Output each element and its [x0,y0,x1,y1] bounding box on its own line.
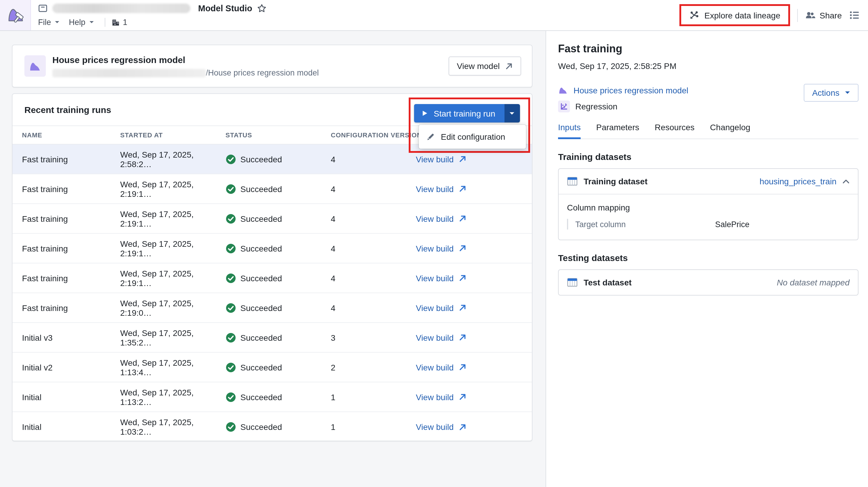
run-configuration-version: 1 [331,392,416,402]
view-build-link[interactable]: View build [416,154,522,164]
model-studio-logo-icon [5,5,25,25]
run-status: Succeeded [225,273,331,283]
training-datasets-heading: Training datasets [558,152,859,162]
success-check-icon [225,422,236,432]
open-external-arrow-icon [505,62,513,70]
training-run-row[interactable]: Initial v3 Wed, Sep 17, 2025, 1:35:2… Su… [12,323,532,353]
run-status-label: Succeeded [240,303,282,313]
success-check-icon [225,392,236,402]
tab-parameters[interactable]: Parameters [596,123,639,139]
training-run-row[interactable]: Initial v2 Wed, Sep 17, 2025, 1:13:4… Su… [12,353,532,382]
share-button[interactable]: Share [805,10,842,21]
run-status: Succeeded [225,184,331,194]
share-users-icon [805,10,815,21]
run-started-at: Wed, Sep 17, 2025, 2:58:2… [120,150,225,169]
model-studio-app: Model Studio File Help [0,0,868,487]
model-link[interactable]: House prices regression model [574,85,688,95]
run-started-at: Wed, Sep 17, 2025, 2:19:1… [120,209,225,228]
tab-inputs[interactable]: Inputs [558,123,581,139]
view-build-link[interactable]: View build [416,244,522,253]
run-details-panel: Fast training Wed, Sep 17, 2025, 2:58:25… [546,31,868,487]
recent-training-runs-card: Recent training runs NAME STARTED AT STA… [12,93,532,441]
actions-label: Actions [812,88,839,98]
training-dataset-card: Training dataset housing_prices_train Co… [558,168,859,240]
view-model-button[interactable]: View model [448,57,521,75]
favorite-star-icon[interactable] [257,4,267,13]
open-external-arrow-icon [458,393,466,401]
training-run-row[interactable]: Fast training Wed, Sep 17, 2025, 2:19:1…… [12,204,532,234]
menu-file[interactable]: File [38,18,60,27]
runs-table-body: Fast training Wed, Sep 17, 2025, 2:58:2…… [12,144,532,442]
properties-list-icon[interactable] [849,9,860,21]
run-configuration-version: 3 [331,333,416,342]
training-run-row[interactable]: Fast training Wed, Sep 17, 2025, 2:19:1…… [12,263,532,293]
building-icon [111,18,120,27]
open-external-arrow-icon [458,245,466,252]
training-run-row[interactable]: Fast training Wed, Sep 17, 2025, 2:19:1…… [12,234,532,263]
main-column: House prices regression model /House pri… [0,31,546,487]
view-build-label: View build [416,422,454,432]
run-configuration-version: 4 [331,214,416,223]
test-dataset-empty-state: No dataset mapped [777,278,849,287]
view-build-link[interactable]: View build [416,333,522,342]
explore-data-lineage-button[interactable]: Explore data lineage [681,6,788,24]
run-timestamp: Wed, Sep 17, 2025, 2:58:25 PM [558,61,859,71]
target-column-row: Target column SalePrice [567,219,849,230]
run-name: Fast training [22,244,120,253]
training-run-row[interactable]: Initial Wed, Sep 17, 2025, 1:03:2… Succe… [12,412,532,442]
dataset-table-icon [567,277,578,288]
share-label: Share [819,10,842,20]
view-build-link[interactable]: View build [416,184,522,194]
tab-changelog[interactable]: Changelog [710,123,750,139]
target-column-label: Target column [575,220,715,229]
view-build-link[interactable]: View build [416,362,522,372]
success-check-icon [225,213,236,224]
run-status-label: Succeeded [240,333,282,342]
open-external-arrow-icon [458,363,466,371]
run-configuration-version: 4 [331,273,416,283]
success-check-icon [225,154,236,164]
view-build-label: View build [416,333,454,342]
regression-icon-tile [558,100,570,112]
training-run-row[interactable]: Initial Wed, Sep 17, 2025, 1:13:2… Succe… [12,382,532,412]
view-model-label: View model [457,61,500,71]
topbar-breadcrumb-area: Model Studio File Help [31,0,679,30]
run-started-at: Wed, Sep 17, 2025, 1:03:2… [120,417,225,436]
training-dataset-link[interactable]: housing_prices_train [760,176,836,186]
redacted-breadcrumb-path [52,4,190,13]
training-run-row[interactable]: Fast training Wed, Sep 17, 2025, 2:19:0…… [12,293,532,323]
col-started-at: STARTED AT [120,131,225,138]
edit-configuration-label: Edit configuration [441,132,505,141]
chevron-up-icon[interactable] [842,179,849,184]
view-build-link[interactable]: View build [416,392,522,402]
menu-bar: File Help [38,16,679,28]
actions-button[interactable]: Actions [804,84,859,102]
run-title: Fast training [558,43,859,55]
view-build-link[interactable]: View build [416,303,522,313]
edit-configuration-menu-item[interactable]: Edit configuration [422,128,523,146]
run-configuration-version: 4 [331,184,416,194]
model-info: House prices regression model /House pri… [52,55,448,77]
tab-resources[interactable]: Resources [655,123,694,139]
model-mountain-icon [558,85,568,95]
view-build-link[interactable]: View build [416,422,522,432]
start-training-run-label: Start training run [434,108,495,118]
run-status-label: Succeeded [240,422,282,432]
training-run-row[interactable]: Fast training Wed, Sep 17, 2025, 2:19:1…… [12,174,532,204]
branch-indicator[interactable]: 1 [111,18,127,27]
run-status-label: Succeeded [240,362,282,372]
run-status: Succeeded [225,213,331,224]
menu-help[interactable]: Help [69,18,94,27]
breadcrumb: Model Studio [38,2,679,14]
view-build-link[interactable]: View build [416,273,522,283]
view-build-label: View build [416,154,454,164]
col-status: STATUS [225,131,331,138]
start-training-run-dropdown-toggle[interactable] [504,104,520,123]
model-type-row: Regression [558,100,859,112]
model-mountain-icon [29,60,42,72]
start-training-run-button[interactable]: Start training run [414,104,504,123]
run-status-label: Succeeded [240,214,282,223]
view-build-link[interactable]: View build [416,214,522,223]
app-logo[interactable] [0,0,31,30]
open-external-arrow-icon [458,333,466,341]
